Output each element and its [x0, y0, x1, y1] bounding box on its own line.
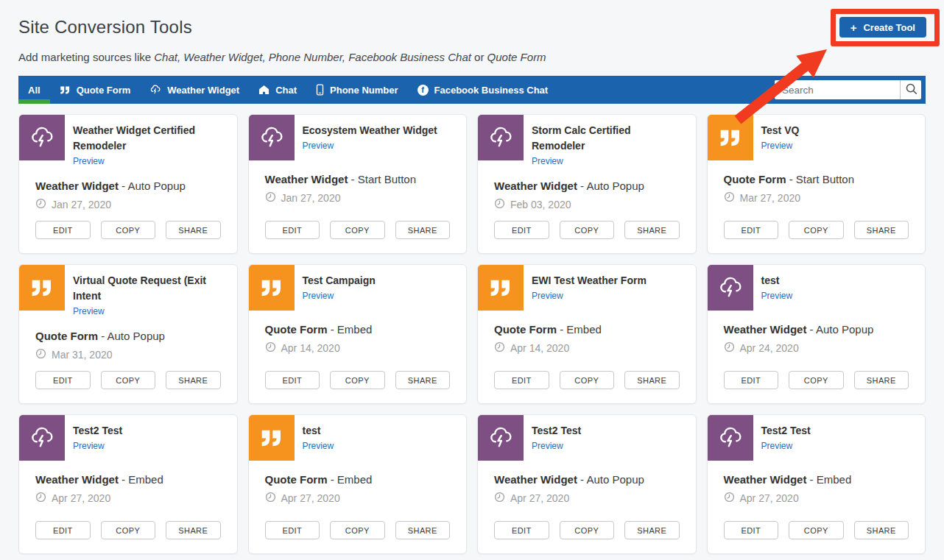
tool-mode: Embed [128, 473, 163, 486]
tab-all[interactable]: All [18, 76, 50, 104]
tool-type-line: Weather Widget - Embed [19, 473, 237, 486]
preview-link[interactable]: Preview [761, 141, 793, 151]
tool-type-line: Weather Widget - Auto Popup [19, 180, 237, 192]
preview-link[interactable]: Preview [532, 441, 563, 451]
edit-button[interactable]: EDIT [265, 521, 320, 539]
share-button[interactable]: SHARE [624, 521, 680, 539]
quote-form-tile-icon [708, 115, 753, 160]
tool-card: Ecosystem Weather Widget Preview Weather… [248, 114, 468, 254]
create-tool-label: Create Tool [863, 22, 915, 33]
preview-link[interactable]: Preview [761, 441, 793, 451]
preview-link[interactable]: Preview [73, 441, 105, 451]
copy-button[interactable]: COPY [560, 221, 615, 239]
preview-link[interactable]: Preview [303, 141, 334, 151]
clock-icon [35, 348, 46, 361]
edit-button[interactable]: EDIT [35, 371, 91, 389]
edit-button[interactable]: EDIT [35, 221, 91, 239]
copy-button[interactable]: COPY [101, 221, 156, 239]
card-actions: EDIT COPY SHARE [478, 221, 696, 253]
tool-card: test Preview Weather Widget - Auto Popup… [707, 264, 926, 404]
edit-button[interactable]: EDIT [35, 521, 91, 539]
share-button[interactable]: SHARE [166, 371, 221, 389]
edit-button[interactable]: EDIT [494, 521, 549, 539]
tool-type: Quote Form [35, 330, 98, 342]
quote-form-tile-icon [249, 415, 295, 461]
tab-facebook-business-chat[interactable]: f Facebook Business Chat [408, 76, 558, 104]
share-button[interactable]: SHARE [166, 521, 221, 539]
tool-mode: Auto Popup [816, 323, 873, 336]
tool-type-line: Weather Widget - Auto Popup [478, 473, 696, 486]
edit-button[interactable]: EDIT [265, 371, 320, 389]
copy-button[interactable]: COPY [101, 371, 156, 389]
tool-type-line: Weather Widget - Embed [708, 473, 926, 486]
card-header: Ecosystem Weather Widget Preview [249, 115, 467, 160]
edit-button[interactable]: EDIT [724, 221, 779, 239]
tool-type-line: Quote Form - Embed [249, 473, 467, 486]
edit-button[interactable]: EDIT [494, 221, 549, 239]
tool-card: Test2 Test Preview Weather Widget - Embe… [18, 414, 238, 554]
copy-button[interactable]: COPY [789, 521, 844, 539]
share-button[interactable]: SHARE [395, 221, 451, 239]
tab-phone-number[interactable]: Phone Number [306, 76, 407, 104]
share-button[interactable]: SHARE [854, 371, 909, 389]
preview-link[interactable]: Preview [532, 156, 563, 166]
card-header: Test2 Test Preview [478, 415, 696, 461]
tab-weather-widget[interactable]: Weather Widget [140, 76, 249, 104]
share-button[interactable]: SHARE [395, 521, 451, 539]
tool-type: Weather Widget [724, 473, 807, 486]
copy-button[interactable]: COPY [330, 521, 385, 539]
page-subtitle: Add marketing sources like Chat, Weather… [18, 51, 926, 63]
tool-mode: Start Button [358, 173, 416, 185]
card-actions: EDIT COPY SHARE [249, 221, 467, 253]
copy-button[interactable]: COPY [789, 221, 844, 239]
tool-mode: Embed [566, 323, 602, 336]
copy-button[interactable]: COPY [560, 521, 615, 539]
tool-card: Test2 Test Preview Weather Widget - Auto… [477, 414, 697, 554]
tool-name: test [761, 273, 793, 288]
share-button[interactable]: SHARE [624, 371, 680, 389]
search-input[interactable] [775, 80, 900, 99]
preview-link[interactable]: Preview [303, 291, 334, 301]
preview-link[interactable]: Preview [73, 306, 105, 316]
tool-name: Weather Widget Certified Remodeler [73, 123, 228, 154]
preview-link[interactable]: Preview [73, 156, 105, 166]
tool-name: test [303, 423, 334, 439]
tool-date-line: Apr 14, 2020 [249, 341, 467, 355]
weather-widget-tile-icon [708, 415, 753, 461]
preview-link[interactable]: Preview [532, 291, 563, 301]
card-header: Test VQ Preview [708, 115, 926, 160]
filter-navbar: All Quote Form Weather Widget Chat Phone… [18, 76, 926, 104]
copy-button[interactable]: COPY [789, 371, 844, 389]
preview-link[interactable]: Preview [761, 291, 793, 301]
edit-button[interactable]: EDIT [265, 221, 320, 239]
copy-button[interactable]: COPY [330, 371, 385, 389]
edit-button[interactable]: EDIT [724, 521, 779, 539]
copy-button[interactable]: COPY [560, 371, 615, 389]
card-header: EWI Test Weather Form Preview [478, 265, 696, 311]
card-actions: EDIT COPY SHARE [478, 371, 696, 403]
share-button[interactable]: SHARE [854, 521, 909, 539]
copy-button[interactable]: COPY [330, 221, 385, 239]
edit-button[interactable]: EDIT [724, 371, 779, 389]
tool-type: Quote Form [265, 323, 328, 336]
copy-button[interactable]: COPY [101, 521, 156, 539]
share-button[interactable]: SHARE [395, 371, 451, 389]
tool-type: Quote Form [265, 473, 328, 486]
quote-form-tile-icon [19, 265, 65, 311]
card-actions: EDIT COPY SHARE [249, 521, 467, 553]
preview-link[interactable]: Preview [303, 441, 334, 451]
tab-chat[interactable]: Chat [249, 76, 306, 104]
tool-date: Mar 27, 2020 [740, 192, 801, 204]
card-actions: EDIT COPY SHARE [708, 371, 926, 403]
clock-icon [494, 198, 505, 211]
edit-button[interactable]: EDIT [494, 371, 549, 389]
share-button[interactable]: SHARE [854, 221, 909, 239]
plus-icon: + [850, 22, 857, 33]
tool-type-line: Quote Form - Embed [249, 323, 467, 336]
share-button[interactable]: SHARE [166, 221, 221, 239]
share-button[interactable]: SHARE [624, 221, 680, 239]
create-tool-button[interactable]: + Create Tool [839, 17, 926, 38]
tool-name: Test2 Test [761, 423, 811, 439]
tab-quote-form[interactable]: Quote Form [50, 76, 141, 104]
search-button[interactable] [900, 80, 921, 99]
